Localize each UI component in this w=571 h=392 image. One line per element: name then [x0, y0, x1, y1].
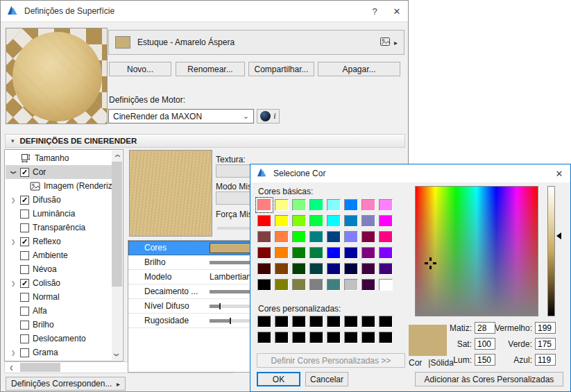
custom-color-swatch[interactable]: [292, 316, 306, 327]
basic-color-swatch[interactable]: [327, 199, 341, 211]
custom-color-swatch[interactable]: [292, 332, 306, 343]
checkbox[interactable]: [20, 265, 29, 274]
color-dialog-titlebar[interactable]: Selecione Cor ✕: [250, 164, 570, 182]
cancel-button[interactable]: Cancelar: [305, 372, 348, 386]
scroll-down-icon[interactable]: ❯: [112, 350, 122, 360]
luminance-arrow-icon[interactable]: [556, 232, 561, 239]
basic-color-swatch[interactable]: [292, 247, 306, 259]
checkbox[interactable]: [20, 307, 29, 316]
custom-color-swatch[interactable]: [344, 332, 358, 343]
basic-color-swatch[interactable]: [309, 247, 323, 259]
basic-color-swatch[interactable]: [309, 215, 323, 227]
delete-button[interactable]: Apagar...: [318, 62, 400, 76]
checkbox[interactable]: ✓: [20, 279, 29, 288]
share-button[interactable]: Compartilhar...: [248, 62, 314, 76]
basic-color-swatch[interactable]: [309, 263, 323, 275]
basic-color-swatch[interactable]: [275, 199, 289, 211]
custom-color-swatch[interactable]: [257, 332, 271, 343]
custom-color-swatch[interactable]: [344, 316, 358, 327]
basic-color-swatch[interactable]: [379, 231, 393, 243]
slider-thumb[interactable]: [230, 318, 231, 324]
chevron-right-icon[interactable]: ❯: [10, 197, 17, 203]
custom-color-swatch[interactable]: [327, 316, 341, 327]
engine-dropdown[interactable]: CineRender da MAXON ⌄: [108, 109, 254, 123]
basic-color-swatch[interactable]: [275, 279, 289, 291]
checkbox[interactable]: [20, 293, 29, 302]
basic-color-swatch[interactable]: [327, 215, 341, 227]
custom-color-swatch[interactable]: [275, 332, 289, 343]
chevron-right-icon[interactable]: ❯: [10, 280, 17, 287]
basic-color-swatch[interactable]: [344, 247, 358, 259]
tree-item-alfa[interactable]: Alfa: [6, 304, 112, 318]
slider-thumb[interactable]: [219, 303, 221, 309]
tree-item-tamanho[interactable]: Tamanho: [6, 151, 112, 165]
tree-item-lumin-ncia[interactable]: Luminância: [6, 207, 112, 221]
color-crosshair-icon[interactable]: [425, 257, 436, 269]
basic-color-swatch[interactable]: [275, 247, 289, 259]
cinerender-section-header[interactable]: ▾ DEFINIÇÕES DE CINERENDER: [5, 134, 405, 148]
new-button[interactable]: Novo...: [109, 62, 171, 76]
basic-color-swatch[interactable]: [257, 199, 271, 211]
basic-color-swatch[interactable]: [309, 199, 323, 211]
checkbox[interactable]: [20, 251, 29, 260]
tree-item-ambiente[interactable]: Ambiente: [6, 248, 112, 262]
custom-color-swatch[interactable]: [309, 332, 323, 343]
custom-color-swatch[interactable]: [275, 316, 289, 327]
basic-color-swatch[interactable]: [292, 263, 306, 275]
surface-catalog-icon[interactable]: [380, 37, 391, 49]
close-button[interactable]: ✕: [386, 1, 408, 22]
checkbox[interactable]: [20, 348, 29, 357]
basic-color-swatch[interactable]: [327, 279, 341, 291]
checkbox[interactable]: [20, 223, 29, 232]
custom-color-swatch[interactable]: [361, 332, 375, 343]
add-to-custom-colors-button[interactable]: Adicionar às Cores Personalizadas: [415, 372, 563, 386]
basic-color-swatch[interactable]: [292, 199, 306, 211]
tree-item-difus-o[interactable]: ❯✓Difusão: [6, 193, 112, 207]
basic-color-swatch[interactable]: [344, 231, 358, 243]
custom-color-swatch[interactable]: [379, 316, 393, 327]
cinerender-info-button[interactable]: i: [257, 109, 280, 123]
custom-color-swatch[interactable]: [379, 332, 393, 343]
basic-color-swatch[interactable]: [275, 215, 289, 227]
basic-color-swatch[interactable]: [361, 231, 375, 243]
tree-item-deslocamento[interactable]: Deslocamento: [6, 332, 112, 346]
tree-vscroll-thumb[interactable]: [112, 162, 122, 287]
chevron-down-icon[interactable]: ❯: [10, 169, 17, 176]
basic-color-swatch[interactable]: [379, 263, 393, 275]
custom-color-swatch[interactable]: [257, 316, 271, 327]
basic-color-swatch[interactable]: [344, 215, 358, 227]
green-input[interactable]: [535, 338, 556, 350]
basic-color-swatch[interactable]: [292, 279, 306, 291]
basic-color-swatch[interactable]: [292, 231, 306, 243]
checkbox[interactable]: [20, 321, 29, 330]
basic-color-swatch[interactable]: [275, 263, 289, 275]
tree-item-grama[interactable]: ❯Grama: [6, 346, 112, 359]
tree-hscroll-thumb[interactable]: [20, 363, 60, 372]
basic-color-swatch[interactable]: [309, 279, 323, 291]
basic-color-swatch[interactable]: [257, 247, 271, 259]
tree-item-n-voa[interactable]: Névoa: [6, 262, 112, 276]
tree-item-colis-o[interactable]: ❯✓Colisão: [6, 276, 112, 290]
matching-settings-button[interactable]: Definições Corresponden... ▸: [6, 377, 126, 391]
checkbox[interactable]: ✓: [20, 196, 29, 205]
scroll-left-icon[interactable]: ❮: [6, 362, 17, 373]
color-dialog-close-button[interactable]: ✕: [548, 163, 570, 184]
basic-color-swatch[interactable]: [327, 263, 341, 275]
chevron-right-icon[interactable]: ❯: [10, 350, 17, 356]
checkbox[interactable]: [20, 334, 29, 343]
checkbox[interactable]: ✓: [20, 237, 29, 246]
basic-color-swatch[interactable]: [344, 279, 358, 291]
checkbox[interactable]: ✓: [20, 168, 29, 177]
basic-color-swatch[interactable]: [309, 231, 323, 243]
surface-name-bar[interactable]: Estuque - Amarelo Áspera ▸: [108, 30, 404, 55]
basic-color-swatch[interactable]: [327, 231, 341, 243]
basic-color-swatch[interactable]: [275, 231, 289, 243]
basic-color-swatch[interactable]: [361, 279, 375, 291]
custom-color-swatch[interactable]: [361, 316, 375, 327]
main-titlebar[interactable]: Definições de Superfície ? ✕: [1, 1, 408, 22]
tree-vertical-scrollbar[interactable]: ❯ ❯: [112, 151, 122, 360]
basic-color-swatch[interactable]: [361, 215, 375, 227]
basic-color-swatch[interactable]: [257, 215, 271, 227]
luminance-bar[interactable]: [547, 186, 555, 316]
checkbox[interactable]: [20, 210, 29, 219]
